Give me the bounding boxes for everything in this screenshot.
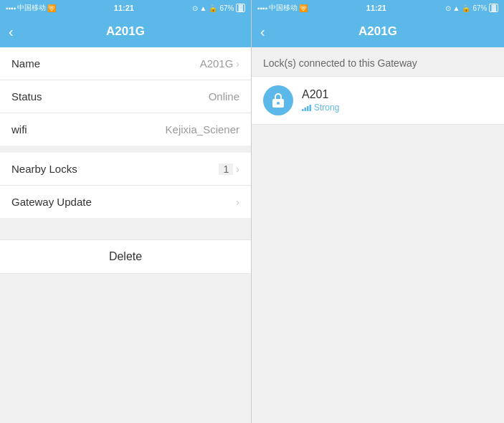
connected-label: Lock(s) connected to this Gateway [252, 47, 504, 76]
divider-1 [0, 146, 251, 153]
name-label: Name [11, 57, 40, 70]
status-value: Online [209, 90, 239, 103]
navbar-title-left: A201G [106, 24, 145, 39]
lock-icon-wrap [263, 85, 293, 115]
status-bar-right-left: ▪▪▪▪ 中国移动 🛜 [257, 3, 308, 13]
divider-2 [0, 218, 251, 239]
gateway-update-label: Gateway Update [11, 196, 92, 208]
nearby-locks-label: Nearby Locks [11, 163, 77, 175]
screen-record-icon: ⊙ [192, 4, 198, 12]
status-bar-left-section: ▪▪▪▪ 中国移动 🛜 [6, 3, 56, 13]
svg-rect-5 [310, 105, 312, 111]
status-bar-right-section: ⊙ ▲ 🔒 67% ▓ [192, 4, 245, 12]
back-button-right[interactable]: ‹ [260, 24, 265, 40]
battery-left: 67% [219, 4, 234, 12]
wifi-label: wifi [11, 123, 27, 136]
right-panel: ▪▪▪▪ 中国移动 🛜 11:21 ⊙ ▲ 🔒 67% ▓ ‹ A201G Lo… [252, 0, 504, 423]
content-left: Name A201G › Status Online wifi Kejixia_… [0, 47, 251, 423]
gateway-update-row[interactable]: Gateway Update › [0, 186, 251, 218]
svg-rect-2 [302, 109, 304, 111]
delete-row[interactable]: Delete [0, 240, 251, 273]
navbar-right: ‹ A201G [252, 16, 504, 47]
location-icon-r: ▲ [453, 4, 460, 12]
content-right: Lock(s) connected to this Gateway A201 [252, 47, 504, 423]
signal-label: Strong [314, 103, 339, 113]
back-icon-left: ‹ [9, 24, 14, 40]
status-bar-right: ▪▪▪▪ 中国移动 🛜 11:21 ⊙ ▲ 🔒 67% ▓ [252, 0, 504, 16]
signal-icon-right: ▪▪▪▪ [257, 4, 267, 12]
back-button-left[interactable]: ‹ [9, 24, 14, 40]
status-bar-right-right: ⊙ ▲ 🔒 67% ▓ [445, 4, 498, 12]
svg-point-1 [277, 102, 280, 105]
wifi-value-text: Kejixia_Sciener [166, 123, 239, 136]
lock-name: A201 [302, 88, 339, 101]
nearby-locks-value: 1 › [219, 163, 239, 175]
bottom-space [0, 274, 251, 417]
time-right: 11:21 [366, 4, 386, 12]
status-label: Status [11, 90, 42, 103]
delete-group: Delete [0, 239, 251, 274]
carrier-left: 中国移动 [17, 3, 46, 13]
name-row: Name A201G › [0, 47, 251, 80]
wifi-value: Kejixia_Sciener [166, 123, 239, 136]
nearby-locks-chevron: › [236, 163, 239, 175]
svg-rect-3 [305, 108, 307, 111]
signal-bars-icon [302, 104, 312, 111]
nearby-locks-count: 1 [219, 163, 233, 175]
status-row: Status Online [0, 80, 251, 113]
navbar-title-right: A201G [358, 24, 397, 39]
carrier-right: 中国移动 [269, 3, 298, 13]
wifi-icon: 🛜 [47, 4, 56, 12]
info-group: Name A201G › Status Online wifi Kejixia_… [0, 47, 251, 146]
navbar-left: ‹ A201G [0, 16, 251, 47]
nearby-locks-row[interactable]: Nearby Locks 1 › [0, 153, 251, 186]
wifi-icon-right: 🛜 [299, 4, 308, 12]
battery-right: 67% [472, 4, 487, 12]
nav-group: Nearby Locks 1 › Gateway Update › [0, 153, 251, 218]
name-chevron: › [236, 58, 239, 70]
back-icon-right: ‹ [260, 24, 265, 40]
right-bottom-space [252, 125, 504, 412]
delete-label: Delete [109, 250, 142, 263]
svg-rect-4 [307, 106, 309, 111]
name-value: A201G › [200, 57, 239, 70]
lock-status-icon-r: 🔒 [462, 4, 470, 12]
lock-signal: Strong [302, 103, 339, 113]
left-panel: ▪▪▪▪ 中国移动 🛜 11:21 ⊙ ▲ 🔒 67% ▓ ‹ A201G Na… [0, 0, 252, 423]
screen-record-icon-r: ⊙ [445, 4, 451, 12]
name-value-text: A201G [200, 57, 234, 70]
battery-icon-right: ▓ [489, 4, 498, 12]
battery-icon-left: ▓ [236, 4, 245, 12]
lock-item[interactable]: A201 Strong [252, 76, 504, 125]
lock-status-icon: 🔒 [209, 4, 217, 12]
time-left: 11:21 [114, 4, 134, 12]
status-value-text: Online [209, 90, 239, 103]
lock-info: A201 Strong [302, 88, 339, 113]
gateway-update-chevron: › [236, 196, 239, 208]
location-icon: ▲ [200, 4, 207, 12]
gateway-icon [270, 92, 287, 109]
status-bar-left: ▪▪▪▪ 中国移动 🛜 11:21 ⊙ ▲ 🔒 67% ▓ [0, 0, 251, 16]
signal-icon: ▪▪▪▪ [6, 4, 16, 12]
wifi-row: wifi Kejixia_Sciener [0, 113, 251, 146]
gateway-update-value: › [236, 196, 239, 208]
